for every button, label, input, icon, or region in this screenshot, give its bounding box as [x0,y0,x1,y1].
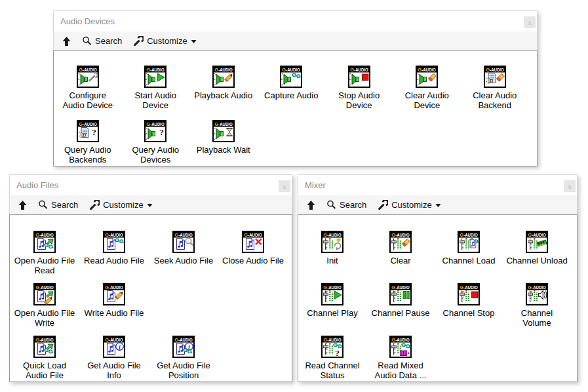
palette-item-write-audio-file[interactable]: G-AUDIOWrite Audio File [79,283,149,336]
svg-text:-AUDIO: -AUDIO [490,67,504,73]
titlebar[interactable]: Audio Devices x [54,11,537,31]
g-audio-banner: G-AUDIO [391,232,410,238]
g-audio-banner: G-AUDIO [146,67,165,73]
titlebar[interactable]: Audio Files x [10,175,292,195]
vi-icon: G-AUDIO [172,231,195,253]
question-mark-glyph: ? [92,127,96,137]
music-file-glyph [177,343,185,355]
svg-text:-AUDIO: -AUDIO [83,67,97,73]
palette-item-channel-unload[interactable]: G-AUDIOChannel Unload [503,231,571,283]
question-mark-glyph: ? [335,348,340,358]
palette-item-channel-pause[interactable]: G-AUDIOChannel Pause [366,283,435,336]
palette-item-quick-load-audio-file[interactable]: G-AUDIOQuick Load Audio File [10,336,79,382]
palette-item-read-channel-status[interactable]: G-AUDIO?Read Channel Status [298,336,366,382]
palette-item-playback-wait[interactable]: G-AUDIOPlayback Wait [189,120,258,167]
caret-down-icon [147,203,153,208]
palette-item-clear-audio-device[interactable]: G-AUDIOClear Audio Device [393,66,461,120]
vi-icon: G-AUDIO [242,231,264,253]
vi-icon: G-AUDIO [321,231,343,253]
palette-item-read-mixed-audio-data[interactable]: G-AUDIORead Mixed Audio Data ... [366,336,435,382]
palette-item-clear[interactable]: G-AUDIOClear [366,231,435,283]
palette-item-label: Open Audio File Write [14,308,75,328]
palette-item-label: Get Audio File Info [87,361,141,380]
window-title: Audio Devices [60,16,115,26]
g-audio-banner: G-AUDIO [323,232,342,238]
titlebar[interactable]: Mixer x [298,175,577,195]
svg-text:-AUDIO: -AUDIO [109,232,123,238]
palette-row: G-AUDIOOpen Audio File WriteG-AUDIOWrite… [10,283,292,336]
search-icon [326,200,336,210]
palette-item-open-audio-file-read[interactable]: G-AUDIOOpen Audio File Read [10,231,79,283]
svg-text:-AUDIO: -AUDIO [248,232,262,238]
vi-icon: G-AUDIOi [172,336,195,358]
g-audio-banner: G-AUDIO [485,67,505,73]
customize-button[interactable]: Customize [133,36,196,47]
search-label: Search [51,200,78,210]
palette-row: G-AUDIOOpen Audio File ReadG-AUDIORead A… [10,231,292,283]
palette-item-channel-stop[interactable]: G-AUDIOChannel Stop [435,283,503,336]
customize-label: Customize [103,200,143,210]
info-glyph: i [116,343,124,351]
palette-item-close-audio-file[interactable]: G-AUDIOClose Audio File [218,231,288,283]
palette-item-label: Capture Audio [264,90,318,100]
vi-icon: G-AUDIO [389,283,412,305]
palette-item-channel-volume[interactable]: G-AUDIOChannel Volume [503,283,571,336]
music-file-small-glyph [470,240,476,248]
palette-item-get-audio-file-position[interactable]: G-AUDIOiGet Audio File Position [149,336,218,382]
palette-item-channel-play[interactable]: G-AUDIOChannel Play [298,283,366,336]
palette-item-label: Clear Audio Backend [473,90,517,110]
palette-item-channel-load[interactable]: G-AUDIOChannel Load [435,231,503,283]
palette-item-query-audio-backends[interactable]: G-AUDIO?Query Audio Backends [54,120,122,167]
svg-text:-AUDIO: -AUDIO [39,284,54,290]
palette-item-open-audio-file-write[interactable]: G-AUDIOOpen Audio File Write [10,283,79,336]
search-button[interactable]: Search [38,200,78,210]
up-button[interactable] [18,200,27,210]
search-icon [38,200,48,210]
palette-item-capture-audio[interactable]: G-AUDIOCapture Audio [258,66,326,120]
palette-item-clear-audio-backend[interactable]: G-AUDIOClear Audio Backend [461,66,529,120]
palette-item-label: Init [326,256,338,265]
palette-item-stop-audio-device[interactable]: G-AUDIOStop Audio Device [325,66,393,120]
palette-item-playback-audio[interactable]: G-AUDIOPlayback Audio [189,66,258,120]
search-button[interactable]: Search [326,200,366,210]
palette-item-start-audio-device[interactable]: G-AUDIOStart Audio Device [122,66,190,120]
palette-item-get-audio-file-info[interactable]: G-AUDIOiGet Audio File Info [79,336,149,382]
vi-icon: G-AUDIO [348,66,370,88]
palette-item-configure-audio-device[interactable]: G-AUDIOConfigure Audio Device [54,66,122,120]
palette-item-init[interactable]: G-AUDIOInit [298,231,366,283]
svg-text:-AUDIO: -AUDIO [327,337,342,343]
g-audio-banner: G-AUDIO [527,284,547,290]
svg-text:-AUDIO: -AUDIO [286,67,300,73]
palette-item-label: Channel Play [307,308,357,318]
palette-content: G-AUDIOInitG-AUDIOClearG-AUDIOChannel Lo… [298,214,578,382]
customize-button[interactable]: Customize [89,200,152,210]
close-button[interactable]: x [564,180,576,192]
window-title: Audio Files [16,180,58,190]
palette-item-read-audio-file[interactable]: G-AUDIORead Audio File [79,231,149,283]
close-button[interactable]: x [279,180,290,192]
up-button[interactable] [307,200,315,210]
vi-icon: G-AUDIO [33,231,56,253]
search-button[interactable]: Search [82,36,122,46]
g-audio-banner: G-AUDIO [104,337,124,343]
search-icon [82,36,92,46]
vi-icon: G-AUDIO? [144,120,167,142]
customize-button[interactable]: Customize [378,200,441,210]
palette-item-seek-audio-file[interactable]: G-AUDIOSeek Audio File [149,231,218,283]
palette-item-label: Playback Audio [194,90,252,100]
g-audio-banner: G-AUDIO [527,232,547,238]
stop-square-glyph [362,74,368,81]
palette-row: G-AUDIO?Query Audio BackendsG-AUDIO?Quer… [54,120,537,167]
palette-item-label: Channel Volume [521,308,553,328]
close-button[interactable]: x [524,16,536,28]
up-button[interactable] [62,36,71,47]
svg-text:-AUDIO: -AUDIO [109,337,123,343]
g-audio-banner: G-AUDIO [78,121,98,127]
vi-icon: G-AUDIO [484,66,506,88]
toolbar: Search Customize [298,195,577,214]
palette-item-query-audio-devices[interactable]: G-AUDIO?Query Audio Devices [122,120,190,167]
palette-item-label: Channel Load [442,256,496,265]
question-mark-glyph: ? [159,127,164,137]
vi-icon: G-AUDIO [33,283,56,305]
svg-text:-AUDIO: -AUDIO [178,337,193,343]
